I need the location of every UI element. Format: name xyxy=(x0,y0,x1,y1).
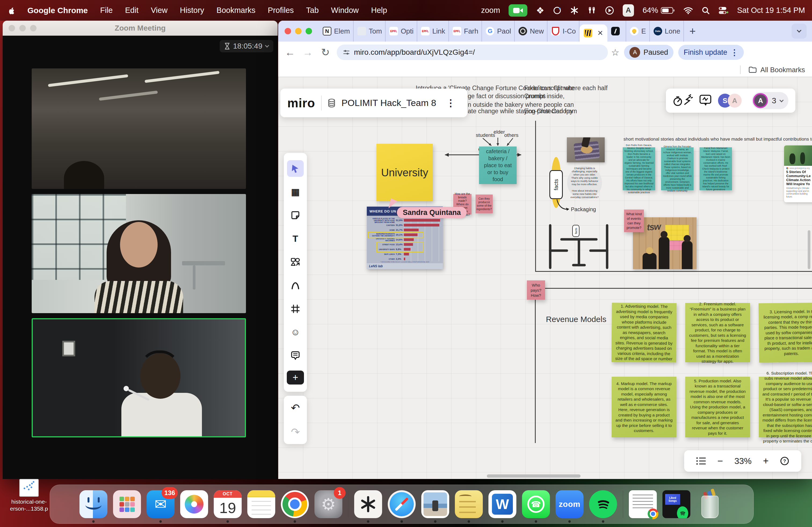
address-bar[interactable]: miro.com/app/board/uXjVLQzGig4=/ xyxy=(337,45,608,60)
facts-cylinder[interactable]: facts xyxy=(549,170,563,199)
a-app-menu-icon[interactable]: A xyxy=(623,4,634,17)
zoom-status-label[interactable]: zoom xyxy=(481,6,500,15)
article-link-card[interactable]: www.globalgiving.org 5 Stories Of Commun… xyxy=(784,146,812,202)
dock-finder[interactable] xyxy=(79,490,107,518)
redo-button[interactable]: ↷ xyxy=(291,426,300,438)
timer-doodle-icon[interactable] xyxy=(673,94,693,108)
zoom-level[interactable]: 33% xyxy=(735,456,752,466)
miro-board-canvas[interactable]: Introduce a 'Climate Change Fortune Cook… xyxy=(278,77,812,479)
spotlight-search-icon[interactable] xyxy=(702,6,710,15)
sticky-note-revenue-model[interactable]: 4. Markup model. The markup model is a c… xyxy=(612,377,677,437)
dock-trash[interactable] xyxy=(696,490,724,518)
comment-tool[interactable] xyxy=(287,347,304,364)
sticky-note-revenue-model[interactable]: 3. Licensing model. In t licensing model… xyxy=(758,303,812,363)
dock-spotify[interactable] xyxy=(589,490,617,518)
browser-tab[interactable]: Elem xyxy=(319,21,354,42)
menu-item[interactable]: Edit xyxy=(125,6,139,15)
sticky-note-revenue-model[interactable]: 5. Production model. Also known as a tra… xyxy=(685,377,750,437)
new-tab-button[interactable]: + xyxy=(684,25,701,37)
menu-item[interactable]: Help xyxy=(371,6,387,15)
sticky-note-story[interactable]: Gimena from the Peruvian Amazon: Gimena,… xyxy=(661,147,694,190)
dock-chatgpt[interactable] xyxy=(354,490,382,518)
airpods-icon[interactable] xyxy=(587,6,596,15)
sticky-note-revenue-model[interactable]: 2. Freemium model. “Freemium” is a busin… xyxy=(685,303,750,362)
chrome-window[interactable]: Elem Tom Opti xyxy=(278,21,812,479)
sticky-note-question[interactable]: What kind of events can they promote? xyxy=(624,210,644,232)
minimize-window-button[interactable] xyxy=(295,28,302,34)
dock-notes[interactable] xyxy=(247,490,275,518)
zoom-in-button[interactable]: + xyxy=(763,455,768,467)
stories-prompt-text[interactable]: short motivational stories about individ… xyxy=(624,137,812,142)
add-more-tools-button[interactable]: + xyxy=(287,371,304,385)
dock-calendar[interactable]: OCT19 xyxy=(214,490,242,518)
all-bookmarks-button[interactable]: All Bookmarks xyxy=(760,66,805,74)
desktop-file-icon[interactable]: historical-one- erson-...1358.p xyxy=(6,479,52,512)
profile-chip[interactable]: A Paused xyxy=(624,45,673,60)
sticky-note-who-pays[interactable]: Who pays? How? xyxy=(527,281,545,300)
browser-tab[interactable]: Lone xyxy=(650,21,684,42)
packaging-label[interactable]: Packaging xyxy=(571,206,596,212)
dock-minimized-spotify-window[interactable]: Liked Songs xyxy=(663,490,690,518)
miro-logo[interactable]: miro xyxy=(287,96,315,110)
sticky-note-story[interactable]: Don Pedro from Oaxaca, Mexico: Despite n… xyxy=(623,147,655,190)
browser-tab[interactable]: I-Co xyxy=(548,21,579,42)
frame-tool[interactable] xyxy=(287,301,304,317)
browser-tab[interactable]: E xyxy=(626,21,650,42)
sync-app-icon[interactable] xyxy=(553,6,562,15)
sticky-note-tool[interactable] xyxy=(287,207,304,224)
frames-list-icon[interactable] xyxy=(696,457,706,465)
meeting-timer[interactable]: 18:05:49 xyxy=(220,40,273,52)
video-tile-participant-1[interactable] xyxy=(32,69,246,189)
sticky-note-story[interactable]: Faizal from Mantanani Island, Malaysia: … xyxy=(699,147,732,190)
dock-safari[interactable] xyxy=(388,490,416,518)
browser-tab[interactable]: New xyxy=(515,21,548,42)
browser-tab[interactable] xyxy=(607,21,626,42)
menu-item[interactable]: Bookmarks xyxy=(216,6,255,15)
pen-tool[interactable] xyxy=(287,277,304,294)
active-tab-miro[interactable]: ✕ xyxy=(579,25,607,42)
sticky-note-cafeteria[interactable]: cafeteria / bakery / place to eat or to … xyxy=(479,147,517,184)
text-tool[interactable]: T xyxy=(287,230,304,247)
tab-search-button[interactable] xyxy=(792,24,807,39)
browser-tab[interactable]: Link xyxy=(417,21,449,42)
menu-item[interactable]: Window xyxy=(331,6,359,15)
sticker-tool[interactable]: ☺ xyxy=(287,324,304,341)
dock-mail[interactable]: ✉136 xyxy=(147,490,175,518)
shapes-tool[interactable] xyxy=(287,254,304,270)
collaborator-avatar[interactable]: A xyxy=(728,94,742,108)
finish-update-button[interactable]: Finish update ⋮ xyxy=(678,45,744,60)
menu-item[interactable]: View xyxy=(151,6,168,15)
dock-launchpad[interactable] xyxy=(113,490,141,518)
habit-circle-note[interactable]: Changing habits is challenging, especial… xyxy=(567,166,602,200)
bookmark-star-icon[interactable]: ☆ xyxy=(611,47,619,58)
active-app-name[interactable]: Google Chrome xyxy=(27,6,88,15)
select-tool[interactable] xyxy=(287,160,304,177)
idea-name-label[interactable]: Eco-Chat Canopy xyxy=(524,107,573,115)
dock-stickies[interactable] xyxy=(455,490,483,518)
sticky-note-revenue-model[interactable]: 6. Subscription model. The subs revenue … xyxy=(759,377,812,437)
close-tab-icon[interactable]: ✕ xyxy=(597,29,603,37)
board-title[interactable]: POLIMIT Hack_Team 8 xyxy=(342,98,436,108)
menu-item[interactable]: Profiles xyxy=(268,6,294,15)
reload-button[interactable]: ↻ xyxy=(319,46,332,58)
forward-button[interactable]: → xyxy=(301,47,314,58)
video-tile-active-speaker[interactable] xyxy=(32,318,246,437)
browser-tab[interactable]: Tom xyxy=(354,21,386,42)
horizontal-scrollbar[interactable] xyxy=(487,475,581,478)
dock-minimized-chrome-window[interactable] xyxy=(629,490,657,518)
user-menu[interactable]: A 3 xyxy=(752,92,788,109)
dock-photos[interactable] xyxy=(180,490,208,518)
wifi-icon[interactable] xyxy=(683,7,693,14)
browser-tab[interactable]: Paol xyxy=(482,21,515,42)
dock-settings[interactable]: ⚙1 xyxy=(315,490,342,518)
idea-name-label[interactable]: Fortuitous Climate Crumbs xyxy=(524,84,574,100)
feedback-icon[interactable] xyxy=(699,94,712,107)
facts-cylinder-small[interactable]: facts xyxy=(572,225,579,237)
zoom-meeting-window[interactable]: Zoom Meeting 18:05:49 xyxy=(3,21,278,479)
close-window-button[interactable] xyxy=(285,28,291,34)
board-menu-icon[interactable]: ⋮ xyxy=(446,97,455,109)
chatgpt-menu-icon[interactable] xyxy=(570,6,579,15)
sticky-note-university[interactable]: University xyxy=(376,144,433,201)
apple-menu-icon[interactable] xyxy=(8,6,15,15)
templates-tool[interactable]: ▦ xyxy=(287,183,304,200)
